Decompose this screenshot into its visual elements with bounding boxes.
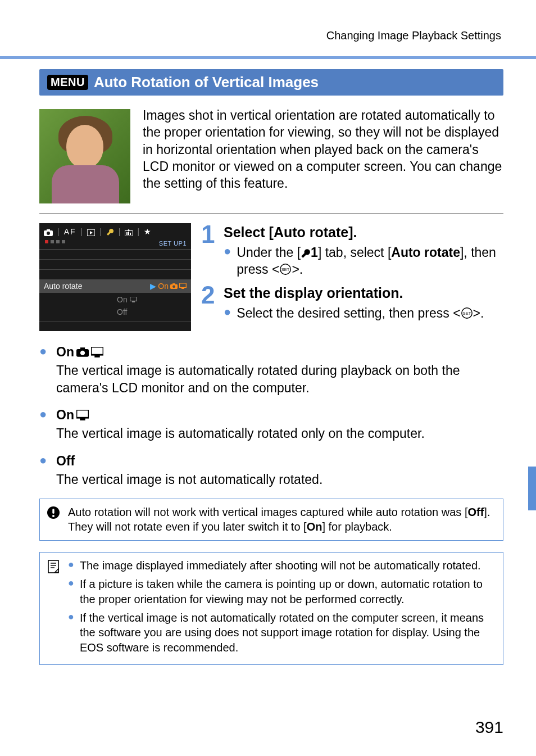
option-1-desc: The vertical image is automatically rota… xyxy=(56,362,503,397)
bullet-dot-icon: ● xyxy=(224,305,231,322)
svg-rect-24 xyxy=(91,347,103,355)
camera-tab-icon xyxy=(44,227,53,236)
svg-rect-11 xyxy=(172,283,175,284)
svg-point-2 xyxy=(47,232,50,235)
svg-rect-1 xyxy=(47,229,50,231)
section-tab-marker xyxy=(528,467,536,510)
set-button-icon: SET xyxy=(279,263,292,275)
tip-1: The image displayed immediately after sh… xyxy=(80,558,481,573)
menu-option-3: Off xyxy=(117,307,127,316)
playback-tab-icon xyxy=(87,227,95,236)
bullet-dot-icon: ● xyxy=(68,577,74,607)
sample-portrait-image xyxy=(39,109,130,203)
menu-option-2: On xyxy=(117,295,137,304)
step-2-title: Set the display orientation. xyxy=(224,284,484,302)
breadcrumb: Changing Image Playback Settings xyxy=(39,29,503,42)
divider xyxy=(39,214,503,214)
caution-note: Auto rotation will not work with vertica… xyxy=(39,499,503,541)
svg-text:SET: SET xyxy=(462,310,471,315)
camera-menu-screenshot: | AF | | | | ★ SET UP1 xyxy=(39,223,191,331)
af-tab-label: AF xyxy=(64,227,76,236)
tip-2: If a picture is taken while the camera i… xyxy=(80,577,495,607)
svg-point-23 xyxy=(80,351,85,355)
monitor-icon xyxy=(91,347,103,357)
menu-row-label: Auto rotate xyxy=(44,282,83,291)
step-1-body: Under the [1] tab, select [Auto rotate],… xyxy=(237,244,503,278)
svg-marker-4 xyxy=(90,231,93,234)
header-divider xyxy=(0,56,536,59)
section-title: MENU Auto Rotation of Vertical Images xyxy=(39,69,503,96)
bullet-dot-icon: ● xyxy=(39,452,49,488)
bullet-dot-icon: ● xyxy=(39,406,49,442)
svg-rect-26 xyxy=(76,410,89,418)
camera-icon xyxy=(76,347,89,357)
wrench-icon xyxy=(301,248,311,259)
svg-rect-16 xyxy=(132,301,135,303)
tip-3: If the vertical image is not automatical… xyxy=(80,610,495,655)
step-1-title: Select [Auto rotate]. xyxy=(224,223,503,242)
option-2-label: On xyxy=(56,406,425,424)
option-3-label: Off xyxy=(56,452,322,470)
bullet-dot-icon: ● xyxy=(68,610,74,655)
svg-point-9 xyxy=(128,229,130,231)
caution-text: Auto rotation will not work with vertica… xyxy=(68,505,495,535)
bullet-dot-icon: ● xyxy=(39,343,49,396)
svg-rect-22 xyxy=(80,347,85,350)
tips-note: ●The image displayed immediately after s… xyxy=(39,552,503,665)
svg-rect-8 xyxy=(130,233,131,235)
svg-rect-15 xyxy=(130,297,137,301)
custom-tab-icon xyxy=(125,227,133,236)
note-icon xyxy=(47,559,60,574)
wrench-tab-icon xyxy=(106,227,114,236)
svg-point-12 xyxy=(172,285,175,288)
svg-marker-35 xyxy=(55,569,58,572)
intro-text: Images shot in vertical orientation are … xyxy=(143,107,503,203)
svg-rect-6 xyxy=(126,232,128,235)
option-3-desc: The vertical image is not automatically … xyxy=(56,471,322,488)
svg-text:SET: SET xyxy=(281,267,290,272)
option-1-label: On xyxy=(56,343,503,361)
bullet-dot-icon: ● xyxy=(68,558,74,573)
menu-row-value: ▶ On xyxy=(150,282,187,291)
svg-rect-7 xyxy=(128,232,129,235)
monitor-icon xyxy=(76,410,89,420)
svg-rect-25 xyxy=(94,355,99,357)
step-number-2: 2 xyxy=(201,284,218,322)
setup-label: SET UP1 xyxy=(159,240,187,247)
step-2-body: Select the desired setting, then press <… xyxy=(237,305,484,322)
set-button-icon: SET xyxy=(461,307,473,319)
svg-rect-27 xyxy=(80,418,85,421)
menu-badge: MENU xyxy=(47,75,88,90)
star-tab-icon: ★ xyxy=(144,227,152,236)
svg-rect-14 xyxy=(181,288,184,289)
svg-rect-13 xyxy=(180,283,187,288)
page-number: 391 xyxy=(475,718,503,737)
caution-icon xyxy=(47,506,60,519)
bullet-dot-icon: ● xyxy=(224,244,231,278)
svg-point-30 xyxy=(52,515,54,517)
option-2-desc: The vertical image is automatically rota… xyxy=(56,425,425,442)
section-title-text: Auto Rotation of Vertical Images xyxy=(94,74,319,91)
step-number-1: 1 xyxy=(201,223,218,278)
svg-rect-29 xyxy=(52,509,54,514)
